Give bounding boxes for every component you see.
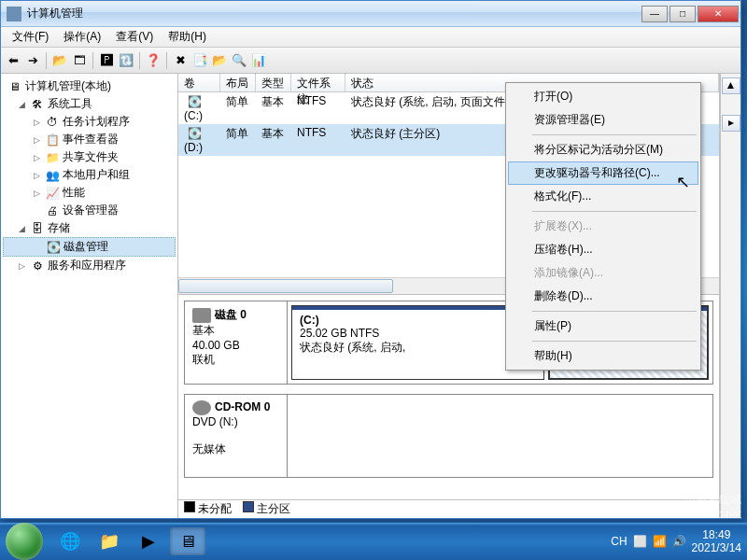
volume-icon: 💽 [187, 94, 202, 109]
action3-icon[interactable]: 🔍 [231, 52, 247, 69]
task-ie-icon[interactable]: 🌐 [52, 527, 88, 555]
ctx-change-drive-letter[interactable]: 更改驱动器号和路径(C)... [508, 161, 698, 185]
device-icon: 🖨 [45, 203, 60, 218]
services-icon: ⚙ [30, 259, 45, 273]
back-icon[interactable]: ⬅ [5, 52, 21, 69]
context-menu: 打开(O) 资源管理器(E) 将分区标记为活动分区(M) 更改驱动器号和路径(C… [505, 82, 701, 371]
disk-hw-icon [192, 308, 211, 323]
ctx-properties[interactable]: 属性(P) [508, 315, 698, 338]
tree-tasksched[interactable]: ▷⏱任务计划程序 [3, 113, 176, 131]
tree-services[interactable]: ▷⚙服务和应用程序 [3, 257, 176, 274]
action1-icon[interactable]: 📑 [191, 52, 208, 69]
col-layout[interactable]: 布局 [220, 74, 256, 91]
forward-icon[interactable]: ➔ [24, 52, 41, 69]
task-media-icon[interactable]: ▶ [131, 527, 166, 555]
tree-perf[interactable]: ▷📈性能 [3, 184, 176, 202]
strip-up-button[interactable]: ▲ [722, 77, 740, 94]
volume-icon: 💽 [187, 126, 202, 141]
help-icon[interactable]: ❓ [145, 52, 162, 69]
tray-network-icon[interactable]: 📶 [653, 535, 667, 548]
clock-time[interactable]: 18:49 [702, 528, 730, 541]
task-explorer-icon[interactable]: 📁 [92, 527, 127, 555]
tray-volume-icon[interactable]: 🔊 [672, 535, 686, 548]
col-volume[interactable]: 卷 [178, 74, 220, 91]
tree-diskmgmt[interactable]: 💽磁盘管理 [3, 237, 176, 257]
disk-icon: 💽 [46, 240, 61, 255]
ctx-mirror: 添加镜像(A)... [508, 261, 698, 285]
menu-help[interactable]: 帮助(H) [161, 27, 214, 47]
menubar: 文件(F) 操作(A) 查看(V) 帮助(H) [1, 27, 740, 48]
legend-primary-swatch [243, 501, 254, 512]
titlebar[interactable]: 计算机管理 — □ ✕ [1, 1, 740, 27]
action4-icon[interactable]: 📊 [250, 52, 267, 69]
refresh-icon[interactable]: 🔃 [118, 52, 134, 69]
computer-icon: 🖥 [7, 79, 22, 94]
folder-icon: 📁 [45, 150, 60, 165]
disk0-info[interactable]: 磁盘 0 基本 40.00 GB 联机 [185, 301, 288, 384]
tools-icon: 🛠 [30, 97, 45, 112]
tree-root[interactable]: 🖥计算机管理(本地) [3, 77, 176, 95]
cdrom-icon [192, 400, 211, 415]
menu-view[interactable]: 查看(V) [108, 27, 161, 47]
col-filesystem[interactable]: 文件系统 [291, 74, 345, 91]
ctx-delete[interactable]: 删除卷(D)... [508, 285, 698, 308]
app-icon [7, 7, 21, 21]
actions-strip: ▲ ▸ [720, 74, 740, 518]
properties-icon[interactable]: 🅿 [98, 52, 115, 69]
cdrom-info[interactable]: CD-ROM 0 DVD (N:) 无媒体 [185, 395, 288, 477]
tree-systools[interactable]: ◢🛠系统工具 [3, 95, 176, 113]
window-title: 计算机管理 [27, 6, 641, 21]
menu-file[interactable]: 文件(F) [5, 27, 56, 47]
tree-shared[interactable]: ▷📁共享文件夹 [3, 148, 176, 166]
toolbar: ⬅ ➔ 📂 🗔 🅿 🔃 ❓ ✖ 📑 📂 🔍 📊 [1, 48, 740, 74]
event-icon: 📋 [45, 133, 60, 147]
task-compmgmt-icon[interactable]: 🖥 [170, 527, 205, 555]
strip-more-button[interactable]: ▸ [722, 115, 740, 132]
clock-date[interactable]: 2021/3/14 [692, 541, 741, 554]
ctx-mark-active[interactable]: 将分区标记为活动分区(M) [508, 138, 698, 161]
ctx-format[interactable]: 格式化(F)... [508, 185, 698, 208]
ctx-explorer[interactable]: 资源管理器(E) [508, 108, 698, 132]
up-icon[interactable]: 📂 [51, 52, 68, 69]
cdrom-block: CD-ROM 0 DVD (N:) 无媒体 [184, 394, 713, 478]
legend-unalloc-swatch [184, 501, 195, 512]
tree-eventviewer[interactable]: ▷📋事件查看器 [3, 131, 176, 148]
tree-users[interactable]: ▷👥本地用户和组 [3, 166, 176, 184]
legend: 未分配 主分区 [178, 499, 719, 518]
maximize-button[interactable]: □ [669, 6, 696, 22]
system-tray[interactable]: CH ⬜ 📶 🔊 18:49 2021/3/14 [611, 528, 741, 554]
perf-icon: 📈 [45, 186, 60, 201]
tree-devmgr[interactable]: 🖨设备管理器 [3, 202, 176, 219]
users-icon: 👥 [45, 168, 60, 183]
col-type[interactable]: 类型 [256, 74, 291, 91]
start-button[interactable] [6, 523, 43, 560]
close-button[interactable]: ✕ [698, 6, 739, 22]
ctx-help[interactable]: 帮助(H) [508, 344, 698, 368]
ime-indicator[interactable]: CH [611, 535, 627, 548]
ctx-shrink[interactable]: 压缩卷(H)... [508, 238, 698, 261]
taskbar[interactable]: 🌐 📁 ▶ 🖥 CH ⬜ 📶 🔊 18:49 2021/3/14 [0, 523, 747, 560]
menu-action[interactable]: 操作(A) [56, 27, 108, 47]
tray-flag-icon[interactable]: ⬜ [633, 535, 647, 548]
ctx-extend: 扩展卷(X)... [508, 215, 698, 238]
tree-storage[interactable]: ◢🗄存储 [3, 219, 176, 237]
task-icon: ⏱ [45, 115, 60, 130]
ctx-open[interactable]: 打开(O) [508, 85, 698, 108]
scrollbar-thumb[interactable] [178, 279, 393, 293]
action2-icon[interactable]: 📂 [211, 52, 228, 69]
storage-icon: 🗄 [30, 221, 45, 236]
show-hide-icon[interactable]: 🗔 [71, 52, 88, 69]
delete-icon[interactable]: ✖ [172, 52, 189, 69]
minimize-button[interactable]: — [641, 6, 668, 22]
nav-tree[interactable]: 🖥计算机管理(本地) ◢🛠系统工具 ▷⏱任务计划程序 ▷📋事件查看器 ▷📁共享文… [1, 74, 178, 518]
